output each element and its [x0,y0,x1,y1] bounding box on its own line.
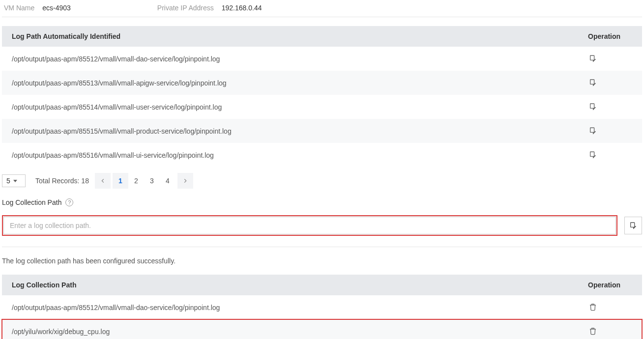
table-row: /opt/output/paas-apm/85516/vmall/vmall-u… [2,143,642,167]
page-nav: 1234 [95,173,193,189]
log-path-cell: /opt/output/paas-apm/85515/vmall/vmall-p… [2,119,578,143]
table-row: /opt/output/paas-apm/85515/vmall/vmall-p… [2,119,642,143]
log-path-cell: /opt/output/paas-apm/85516/vmall/vmall-u… [2,143,578,167]
table-row: /opt/output/paas-apm/85513/vmall/vmall-a… [2,71,642,95]
page-size-select[interactable]: 5 [2,174,26,187]
next-page-button[interactable] [177,173,193,189]
divider [2,247,642,247]
log-path-table: Log Path Automatically Identified Operat… [2,26,642,167]
ip-value: 192.168.0.44 [222,4,262,12]
vm-name-value: ecs-4903 [42,4,71,12]
log-collection-label-row: Log Collection Path ? [2,198,642,206]
page-button[interactable]: 2 [128,173,144,189]
svg-rect-1 [590,80,594,84]
pagination: 5 Total Records: 18 1234 [2,173,642,189]
add-collection-icon[interactable] [588,54,598,63]
col2-log-collection-path: Log Collection Path [2,275,578,295]
add-collection-icon[interactable] [588,78,598,87]
col2-operation: Operation [578,275,642,295]
delete-icon[interactable] [588,326,598,336]
svg-rect-3 [590,128,594,132]
svg-rect-5 [631,223,635,227]
status-message: The log collection path has been configu… [2,257,642,265]
add-collection-icon[interactable] [588,150,598,160]
input-highlight-frame [2,215,617,236]
help-icon[interactable]: ? [65,198,73,206]
svg-rect-0 [590,56,594,60]
table-row: /opt/output/paas-apm/85514/vmall/vmall-u… [2,95,642,119]
collection-path-cell: /opt/output/paas-apm/85512/vmall/vmall-d… [2,295,578,319]
vm-name-label: VM Name [4,4,34,12]
add-collection-icon[interactable] [588,102,598,112]
log-path-cell: /opt/output/paas-apm/85512/vmall/vmall-d… [2,47,578,71]
total-records: Total Records: 18 [35,177,89,185]
log-collection-table: Log Collection Path Operation /opt/outpu… [2,275,642,339]
log-collection-label: Log Collection Path [2,198,61,206]
prev-page-button[interactable] [95,173,111,189]
caret-down-icon [13,180,17,182]
log-path-cell: /opt/output/paas-apm/85514/vmall/vmall-u… [2,95,578,119]
page-button[interactable]: 1 [113,173,128,189]
delete-icon[interactable] [588,302,598,312]
table-row: /opt/output/paas-apm/85512/vmall/vmall-d… [2,47,642,71]
add-collection-icon[interactable] [588,126,598,136]
log-collection-input[interactable] [3,217,616,234]
col-operation: Operation [578,26,642,47]
info-bar: VM Name ecs-4903 Private IP Address 192.… [2,2,642,17]
table-row: /opt/yilu/work/xig/debug_cpu.log [2,319,642,339]
table-row: /opt/output/paas-apm/85512/vmall/vmall-d… [2,295,642,319]
page-size-value: 5 [6,177,10,185]
log-collection-input-row [2,215,642,236]
ip-label: Private IP Address [157,4,214,12]
svg-rect-2 [590,104,594,108]
col-log-path: Log Path Automatically Identified [2,26,578,47]
collection-path-cell: /opt/yilu/work/xig/debug_cpu.log [2,319,578,339]
page-button[interactable]: 4 [160,173,176,189]
svg-rect-4 [590,152,594,156]
page-button[interactable]: 3 [144,173,160,189]
add-path-button[interactable] [624,217,642,234]
log-path-cell: /opt/output/paas-apm/85513/vmall/vmall-a… [2,71,578,95]
